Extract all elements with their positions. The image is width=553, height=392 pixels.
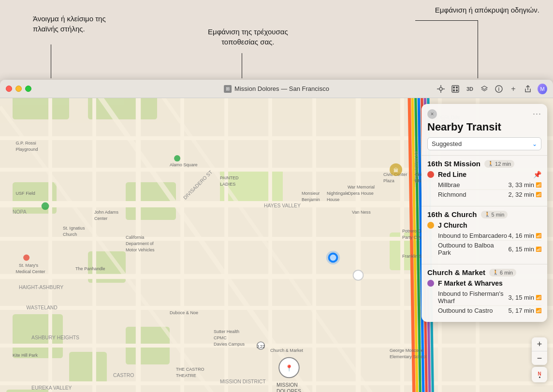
svg-point-0 bbox=[439, 87, 442, 90]
svg-text:CASTRO: CASTRO bbox=[113, 373, 134, 378]
svg-text:St. Ignatius: St. Ignatius bbox=[63, 226, 85, 231]
route-time-row[interactable]: Inbound to Fisherman's Wharf 3, 15 min 📶 bbox=[438, 289, 541, 306]
zoom-in-button[interactable]: + bbox=[509, 84, 518, 94]
3d-button[interactable]: 3D bbox=[465, 84, 475, 94]
route-line-header-f: F Market & Wharves bbox=[427, 279, 541, 287]
svg-text:Nightingale: Nightingale bbox=[327, 191, 349, 196]
route-times-red-line: Millbrae 3, 33 min 📶 Richmond 2, 32 min … bbox=[427, 180, 541, 199]
panel-header: × ··· bbox=[422, 104, 547, 121]
svg-rect-8 bbox=[453, 89, 455, 91]
route-time-row[interactable]: Outbound to Castro 5, 17 min 📶 bbox=[438, 306, 541, 315]
info-button[interactable]: i bbox=[494, 84, 504, 94]
svg-text:THE CASTRO: THE CASTRO bbox=[176, 367, 204, 372]
svg-text:LADIES: LADIES bbox=[220, 182, 235, 187]
section-badge-church-market: 🚶 6 min bbox=[489, 269, 516, 276]
compass-dot bbox=[539, 377, 540, 378]
svg-text:Sutter Health: Sutter Health bbox=[214, 329, 239, 334]
destination-castro: Outbound to Castro bbox=[438, 307, 509, 314]
svg-text:PAINTED: PAINTED bbox=[220, 175, 239, 180]
compass-n-label: N bbox=[538, 372, 541, 377]
share-button[interactable] bbox=[523, 84, 533, 94]
svg-rect-20 bbox=[69, 352, 107, 383]
svg-rect-5 bbox=[452, 86, 459, 92]
callout-line-2 bbox=[242, 53, 242, 78]
svg-text:Motor Vehicles: Motor Vehicles bbox=[126, 247, 155, 252]
route-time-row[interactable]: Outbound to Balboa Park 6, 15 min 📶 bbox=[438, 241, 541, 257]
section-title-16th-mission: 16th St Mission bbox=[427, 160, 480, 168]
wifi-icon: 📶 bbox=[536, 192, 541, 197]
section-badge-16th-mission: 🚶 12 min bbox=[484, 160, 514, 168]
callout-sidebar: Άνοιγμα ή κλείσιμο της πλαϊνής στήλης. bbox=[33, 14, 106, 34]
time-fishermans: 3, 15 min bbox=[509, 294, 534, 301]
transit-section-16th-mission: 16th St Mission 🚶 12 min Red Line 📌 M bbox=[422, 155, 547, 206]
titlebar-center: ⊞ Mission Dolores — San Francisco bbox=[224, 85, 329, 93]
walk-icon-3: 🚶 bbox=[493, 270, 498, 275]
dropdown-value: Suggested bbox=[432, 140, 462, 147]
svg-text:Monsieur: Monsieur bbox=[302, 191, 320, 196]
svg-text:Kite Hill Park: Kite Hill Park bbox=[13, 353, 38, 358]
panel-more-button[interactable]: ··· bbox=[533, 109, 541, 119]
time-embarcadero: 4, 16 min bbox=[509, 232, 534, 239]
svg-text:THEATRE: THEATRE bbox=[176, 373, 196, 378]
destination-embarcadero: Inbound to Embarcadero bbox=[438, 232, 509, 239]
section-title-16th-church: 16th & Church bbox=[427, 210, 477, 218]
svg-rect-14 bbox=[88, 98, 157, 119]
route-times-f-market: Inbound to Fisherman's Wharf 3, 15 min 📶… bbox=[427, 289, 541, 315]
walk-icon: 🚶 bbox=[488, 161, 494, 166]
svg-text:i: i bbox=[498, 87, 500, 92]
svg-text:Department of: Department of bbox=[126, 241, 154, 246]
maximize-button[interactable] bbox=[25, 86, 31, 92]
wifi-icon: 📶 bbox=[536, 295, 541, 300]
svg-text:John Adams: John Adams bbox=[94, 210, 118, 215]
time-balboa: 6, 15 min bbox=[509, 246, 534, 253]
route-color-dot-j bbox=[427, 222, 434, 229]
section-header-church-market: Church & Market 🚶 6 min bbox=[427, 268, 541, 276]
time-richmond: 2, 32 min bbox=[509, 191, 534, 198]
svg-text:Playground: Playground bbox=[16, 147, 38, 152]
close-button[interactable] bbox=[6, 86, 12, 92]
window-title: Mission Dolores — San Francisco bbox=[234, 85, 329, 92]
callout-directions: Εμφάνιση ή απόκρυψη οδηγιών. bbox=[435, 5, 539, 15]
titlebar-actions: 3D i + M bbox=[436, 84, 547, 94]
callout-line-1 bbox=[51, 44, 51, 78]
layers-button[interactable] bbox=[480, 84, 489, 94]
zoom-in-button[interactable]: + bbox=[532, 337, 547, 351]
svg-text:Center: Center bbox=[94, 216, 107, 221]
svg-text:Elementary School: Elementary School bbox=[390, 354, 426, 359]
route-time-row[interactable]: Millbrae 3, 33 min 📶 bbox=[438, 180, 541, 190]
svg-text:WASTELAND: WASTELAND bbox=[27, 305, 58, 310]
svg-text:Party City: Party City bbox=[402, 235, 422, 240]
svg-text:📍: 📍 bbox=[285, 364, 293, 372]
traffic-lights bbox=[6, 86, 31, 92]
zoom-out-button[interactable]: − bbox=[532, 351, 547, 365]
route-time-row[interactable]: Richmond 2, 32 min 📶 bbox=[438, 190, 541, 199]
svg-text:HAYES VALLEY: HAYES VALLEY bbox=[264, 203, 301, 208]
route-time-row[interactable]: Inbound to Embarcadero 4, 16 min 📶 bbox=[438, 231, 541, 241]
panel-close-button[interactable]: × bbox=[427, 109, 437, 119]
svg-rect-7 bbox=[456, 87, 458, 88]
route-name-red-line: Red Line bbox=[438, 171, 529, 178]
svg-text:Alamo Square: Alamo Square bbox=[170, 163, 198, 168]
section-header-16th-church: 16th & Church 🚶 5 min bbox=[427, 210, 541, 218]
svg-point-124 bbox=[330, 255, 336, 261]
panel-dropdown[interactable]: Suggested ⌄ bbox=[427, 137, 541, 150]
time-castro: 5, 17 min bbox=[509, 307, 534, 314]
transit-view-button[interactable] bbox=[451, 84, 460, 94]
compass-button[interactable]: N bbox=[532, 367, 547, 382]
avatar-button[interactable]: M bbox=[538, 84, 547, 94]
svg-point-119 bbox=[353, 270, 364, 280]
sidebar-toggle-icon[interactable]: ⊞ bbox=[224, 85, 232, 93]
svg-point-127 bbox=[42, 203, 49, 210]
svg-text:CPMC: CPMC bbox=[214, 335, 227, 340]
svg-rect-13 bbox=[13, 98, 69, 119]
svg-text:Medical Center: Medical Center bbox=[16, 270, 45, 275]
route-name-j-church: J Church bbox=[438, 221, 541, 229]
svg-text:Benjamin: Benjamin bbox=[302, 197, 320, 202]
minimize-button[interactable] bbox=[15, 86, 22, 92]
svg-text:Davies Campus: Davies Campus bbox=[214, 342, 245, 347]
route-item-j-church: J Church Inbound to Embarcadero 4, 16 mi… bbox=[427, 221, 541, 257]
location-button[interactable] bbox=[436, 84, 446, 94]
svg-text:NOPA: NOPA bbox=[13, 209, 27, 215]
map-container[interactable]: DIVISADERO ST HAYES VALLEY HAIGHT-ASHBUR… bbox=[0, 98, 553, 392]
wifi-icon: 📶 bbox=[536, 247, 541, 252]
